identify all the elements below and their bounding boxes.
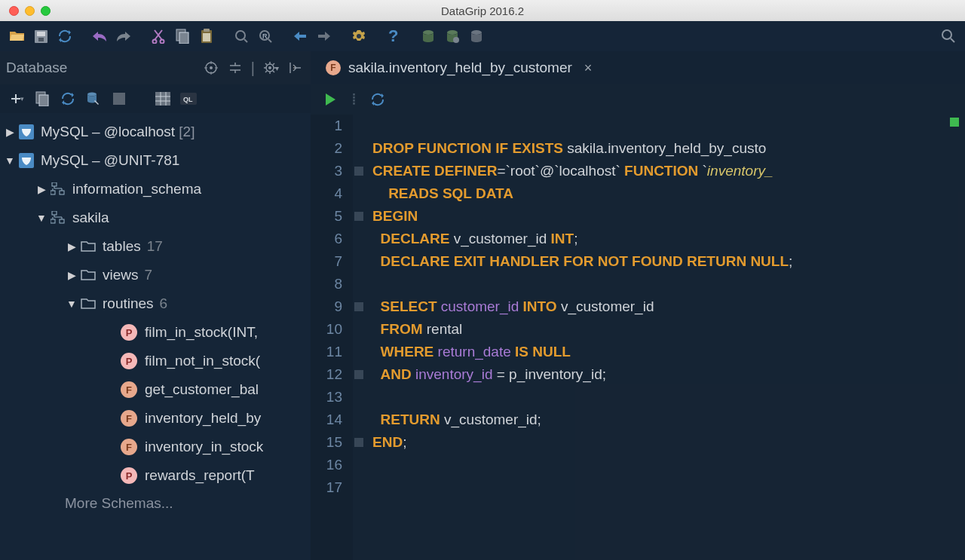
folder-tables[interactable]: ▶ tables 17 bbox=[0, 232, 311, 261]
svg-point-16 bbox=[447, 30, 458, 35]
svg-rect-6 bbox=[179, 32, 188, 44]
window-close-button[interactable] bbox=[9, 6, 19, 16]
svg-point-3 bbox=[153, 40, 157, 44]
folder-label: views bbox=[103, 267, 139, 283]
code-content[interactable]: DROP FUNCTION IF EXISTS sakila.inventory… bbox=[366, 115, 965, 560]
back-icon[interactable] bbox=[290, 26, 311, 47]
expand-arrow-icon[interactable]: ▶ bbox=[3, 126, 17, 138]
sync-editor-icon[interactable] bbox=[367, 89, 388, 110]
mysql-icon bbox=[18, 124, 35, 140]
svg-point-23 bbox=[268, 66, 271, 69]
gear-icon[interactable]: ▾ bbox=[261, 58, 280, 78]
function-badge-icon: F bbox=[121, 381, 137, 398]
fold-gutter[interactable] bbox=[353, 115, 366, 560]
window-maximize-button[interactable] bbox=[41, 6, 51, 16]
redo-icon[interactable] bbox=[113, 26, 134, 47]
svg-point-10 bbox=[236, 31, 245, 40]
collapse-arrow-icon[interactable]: ▼ bbox=[65, 298, 78, 310]
fold-marker-icon[interactable] bbox=[354, 167, 363, 176]
routine-item[interactable]: Prewards_report(T bbox=[0, 461, 311, 490]
sync-icon[interactable] bbox=[54, 26, 75, 47]
editor-toolbar: ⁞ bbox=[311, 84, 965, 115]
split-icon[interactable] bbox=[225, 58, 245, 78]
run-icon[interactable] bbox=[320, 89, 341, 110]
schema-icon bbox=[50, 181, 66, 197]
collapse-arrow-icon[interactable]: ▼ bbox=[3, 155, 17, 167]
db-tool-2-icon[interactable] bbox=[442, 26, 463, 47]
save-icon[interactable] bbox=[30, 26, 51, 47]
sidebar-toolbar: ▾ QL bbox=[0, 84, 311, 113]
copy-icon[interactable] bbox=[172, 26, 193, 47]
folder-views[interactable]: ▶ views 7 bbox=[0, 261, 311, 289]
routine-item[interactable]: Finventory_in_stock bbox=[0, 433, 311, 461]
search-everywhere-icon[interactable] bbox=[938, 26, 959, 47]
open-icon[interactable] bbox=[6, 26, 27, 47]
svg-rect-2 bbox=[38, 38, 44, 41]
svg-point-4 bbox=[161, 40, 164, 44]
function-badge-icon: F bbox=[326, 60, 341, 75]
db-tool-3-icon[interactable] bbox=[466, 26, 487, 47]
folder-routines[interactable]: ▼ routines 6 bbox=[0, 289, 311, 318]
help-icon[interactable]: ? bbox=[383, 26, 404, 47]
schema-item[interactable]: ▶ information_schema bbox=[0, 175, 311, 203]
cut-icon[interactable] bbox=[148, 26, 169, 47]
svg-rect-27 bbox=[113, 93, 125, 105]
folder-count: 17 bbox=[147, 238, 163, 255]
window-minimize-button[interactable] bbox=[25, 6, 35, 16]
database-tree[interactable]: ▶ MySQL – @localhost [2] ▼ MySQL – @UNIT… bbox=[0, 113, 311, 560]
svg-rect-36 bbox=[52, 211, 57, 215]
svg-rect-33 bbox=[52, 182, 57, 186]
svg-rect-34 bbox=[51, 191, 55, 194]
routine-label: film_not_in_stock( bbox=[145, 353, 260, 369]
sidebar-title: Database bbox=[6, 60, 201, 76]
fold-marker-icon[interactable] bbox=[354, 370, 363, 379]
undo-icon[interactable] bbox=[89, 26, 110, 47]
collapse-arrow-icon[interactable]: ▼ bbox=[35, 212, 48, 224]
svg-rect-8 bbox=[204, 29, 210, 32]
schema-icon bbox=[50, 210, 66, 226]
hide-icon[interactable] bbox=[285, 58, 305, 78]
settings-icon[interactable] bbox=[348, 26, 369, 47]
routine-label: film_in_stock(INT, bbox=[145, 324, 258, 341]
find-icon[interactable] bbox=[231, 26, 252, 47]
schema-item[interactable]: ▼ sakila bbox=[0, 203, 311, 232]
paste-icon[interactable] bbox=[196, 26, 217, 47]
console-icon[interactable]: QL bbox=[178, 88, 199, 109]
add-icon[interactable]: ▾ bbox=[6, 88, 27, 109]
db-tool-1-icon[interactable] bbox=[418, 26, 439, 47]
fold-marker-icon[interactable] bbox=[354, 438, 363, 447]
expand-arrow-icon[interactable]: ▶ bbox=[65, 269, 78, 281]
schema-label: information_schema bbox=[72, 181, 201, 197]
code-status-indicator bbox=[950, 118, 959, 127]
connection-item[interactable]: ▶ MySQL – @localhost [2] bbox=[0, 118, 311, 146]
duplicate-icon[interactable] bbox=[32, 88, 53, 109]
stop-icon[interactable] bbox=[109, 88, 130, 109]
refresh-icon[interactable] bbox=[57, 88, 78, 109]
tab-close-icon[interactable]: × bbox=[584, 60, 593, 76]
more-schemas-link[interactable]: More Schemas... bbox=[0, 490, 311, 517]
svg-rect-9 bbox=[203, 33, 210, 41]
editor-tab[interactable]: F sakila.inventory_held_by_customer × bbox=[318, 54, 599, 81]
editor-area: F sakila.inventory_held_by_customer × ⁞ … bbox=[311, 51, 965, 560]
connection-item[interactable]: ▼ MySQL – @UNIT-781 bbox=[0, 146, 311, 175]
forward-icon[interactable] bbox=[314, 26, 335, 47]
svg-text:R: R bbox=[262, 32, 268, 40]
folder-icon bbox=[80, 238, 96, 255]
expand-arrow-icon[interactable]: ▶ bbox=[35, 183, 48, 195]
routine-item[interactable]: Pfilm_in_stock(INT, bbox=[0, 318, 311, 347]
svg-rect-38 bbox=[60, 219, 64, 223]
table-icon[interactable] bbox=[152, 88, 173, 109]
fold-marker-icon[interactable] bbox=[354, 212, 363, 221]
fold-marker-icon[interactable] bbox=[354, 302, 363, 311]
code-editor[interactable]: 1234567891011121314151617 DROP FUNCTION … bbox=[311, 115, 965, 560]
procedure-badge-icon: P bbox=[121, 324, 137, 341]
routine-item[interactable]: Finventory_held_by bbox=[0, 404, 311, 433]
svg-point-18 bbox=[471, 30, 482, 35]
routine-item[interactable]: Pfilm_not_in_stock( bbox=[0, 347, 311, 375]
target-icon[interactable] bbox=[201, 58, 221, 78]
replace-icon[interactable]: R bbox=[255, 26, 276, 47]
expand-arrow-icon[interactable]: ▶ bbox=[65, 240, 78, 252]
main-toolbar: R ? bbox=[0, 21, 965, 51]
routine-item[interactable]: Fget_customer_bal bbox=[0, 375, 311, 404]
db-wrench-icon[interactable] bbox=[83, 88, 104, 109]
